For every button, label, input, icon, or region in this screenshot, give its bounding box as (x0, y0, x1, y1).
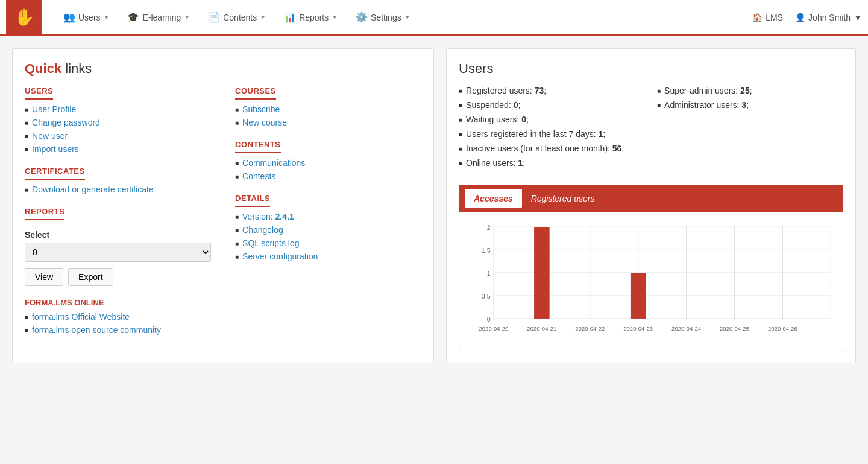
nav-label-contents: Contents (223, 13, 257, 22)
nav-item-elearning[interactable]: 🎓 E-learning ▼ (118, 0, 199, 36)
online-section: FORMA.LMS ONLINE ■forma.lms Official Web… (25, 298, 211, 335)
bullet-icon: ■ (235, 240, 239, 247)
stats-left: ■ Registered users: 73; ■ Suspended: 0; … (459, 86, 645, 173)
svg-text:2020-04-24: 2020-04-24 (671, 326, 701, 332)
bullet-icon: ■ (235, 106, 239, 113)
tab-registered-users[interactable]: Registered users (522, 189, 604, 208)
superadmin-value: 25 (740, 86, 750, 95)
main-content: Quick links USERS ■User Profile ■Change … (0, 36, 868, 375)
ql-right-column: COURSES ■Subscribe ■New course CONTENTS … (235, 86, 421, 347)
stats-left-list: ■ Registered users: 73; ■ Suspended: 0; … (459, 86, 645, 168)
elearning-nav-icon: 🎓 (127, 11, 139, 23)
nav-item-settings[interactable]: ⚙️ Settings ▼ (347, 0, 420, 36)
list-item[interactable]: ■Subscribe (235, 104, 421, 114)
export-button[interactable]: Export (68, 268, 113, 286)
contents-nav-icon: 📄 (208, 11, 220, 23)
bullet-icon: ■ (235, 119, 239, 126)
tab-accesses[interactable]: Accesses (465, 189, 522, 208)
bullet-icon: ■ (459, 145, 462, 152)
details-section: DETAILS ■ Version: 2.4.1 ■Changelog ■SQL… (235, 193, 421, 261)
courses-links-list: ■Subscribe ■New course (235, 104, 421, 127)
nav-item-contents[interactable]: 📄 Contents ▼ (199, 0, 275, 36)
last7-value: 1 (598, 129, 603, 139)
list-item[interactable]: ■Changelog (235, 225, 421, 235)
bullet-icon: ■ (235, 160, 239, 167)
sql-link: SQL scripts log (242, 238, 299, 248)
stats-right: ■ Super-admin users: 25; ■ Administrator… (657, 86, 843, 173)
bullet-icon: ■ (25, 133, 28, 139)
nav-label-users: Users (78, 13, 101, 22)
list-item[interactable]: ■User Profile (25, 104, 211, 114)
lms-link[interactable]: 🏠 LMS (752, 13, 783, 22)
admin-value: 3 (741, 100, 746, 110)
settings-nav-icon: ⚙️ (356, 11, 368, 23)
chevron-down-icon: ▼ (404, 14, 410, 21)
users-section-header: USERS (25, 86, 53, 100)
bullet-icon: ■ (657, 102, 661, 109)
logo[interactable]: ✋ (6, 0, 42, 36)
chart-tabs: Accesses Registered users (459, 185, 843, 212)
list-item[interactable]: ■Download or generate certificate (25, 185, 211, 194)
navbar-right: 🏠 LMS 👤 John Smith ▼ (752, 13, 862, 22)
chevron-down-icon: ▼ (184, 14, 190, 21)
svg-text:2020-04-23: 2020-04-23 (623, 326, 653, 332)
svg-text:1: 1 (487, 270, 491, 277)
svg-text:2020-04-26: 2020-04-26 (768, 326, 797, 332)
suspended-value: 0 (514, 100, 518, 110)
online-value: 1 (518, 158, 523, 168)
users-stats: ■ Registered users: 73; ■ Suspended: 0; … (459, 86, 843, 173)
certificates-links-list: ■Download or generate certificate (25, 185, 211, 194)
list-item: ■ Super-admin users: 25; (657, 86, 843, 95)
list-item[interactable]: ■forma.lms Official Website (25, 312, 211, 322)
list-item[interactable]: ■Communications (235, 158, 421, 168)
contents-section: CONTENTS ■Communications ■Contests (235, 139, 421, 181)
reports-select[interactable]: 0 (25, 243, 211, 262)
details-section-header: DETAILS (235, 194, 270, 207)
nav-item-reports[interactable]: 📊 Reports ▼ (275, 0, 347, 36)
svg-text:2020-04-21: 2020-04-21 (527, 326, 556, 332)
ql-left-column: USERS ■User Profile ■Change password ■Ne… (25, 86, 211, 347)
list-item: ■ Inactive users (for at least one month… (459, 144, 645, 153)
list-item[interactable]: ■forma.lms open source community (25, 325, 211, 335)
users-section: USERS ■User Profile ■Change password ■Ne… (25, 86, 211, 154)
list-item[interactable]: ■Contests (235, 171, 421, 181)
bullet-icon: ■ (459, 102, 462, 109)
reports-section: REPORTS Select 0 View Export (25, 206, 211, 286)
bullet-icon: ■ (459, 131, 462, 138)
list-item: ■ Registered users: 73; (459, 86, 645, 95)
list-item[interactable]: ■Import users (25, 144, 211, 154)
chevron-down-icon: ▼ (854, 13, 862, 22)
svg-text:2020-04-22: 2020-04-22 (575, 326, 605, 332)
list-item[interactable]: ■SQL scripts log (235, 238, 421, 248)
version-value: 2.4.1 (275, 212, 294, 221)
bar-apr23 (631, 273, 646, 319)
list-item[interactable]: ■New course (235, 118, 421, 127)
nav-menu: 👥 Users ▼ 🎓 E-learning ▼ 📄 Contents ▼ 📊 … (54, 0, 752, 36)
reports-buttons: View Export (25, 268, 211, 286)
certificates-section: CERTIFICATES ■Download or generate certi… (25, 166, 211, 194)
bullet-icon: ■ (459, 87, 462, 94)
registered-users-value: 73 (535, 86, 544, 95)
quick-links-panel: Quick links USERS ■User Profile ■Change … (12, 48, 434, 363)
list-item[interactable]: ■Change password (25, 118, 211, 127)
chart-container: Accesses Registered users 0 0.5 1 1.5 2 (459, 185, 843, 351)
svg-text:2: 2 (487, 225, 491, 232)
user-link[interactable]: 👤 John Smith ▼ (795, 13, 862, 22)
list-item: ■ Users registered in the last 7 days: 1… (459, 129, 645, 139)
list-item[interactable]: ■Server configuration (235, 252, 421, 261)
quick-links-title: Quick links (25, 61, 421, 77)
reports-nav-icon: 📊 (284, 11, 296, 23)
chart-svg: 0 0.5 1 1.5 2 2020-04-20 202 (465, 221, 837, 345)
nav-item-users[interactable]: 👥 Users ▼ (54, 0, 118, 36)
details-links-list: ■ Version: 2.4.1 ■Changelog ■SQL scripts… (235, 212, 421, 261)
view-button[interactable]: View (25, 268, 63, 286)
list-item: ■ Waiting users: 0; (459, 115, 645, 124)
online-section-header: FORMA.LMS ONLINE (25, 298, 211, 307)
certificates-section-header: CERTIFICATES (25, 167, 85, 180)
contents-section-header: CONTENTS (235, 140, 281, 153)
chart-area: 0 0.5 1 1.5 2 2020-04-20 202 (459, 212, 843, 351)
bar-apr21 (534, 227, 550, 319)
users-panel: Users ■ Registered users: 73; ■ Suspende… (446, 48, 856, 363)
list-item[interactable]: ■New user (25, 131, 211, 141)
inactive-value: 56 (612, 144, 622, 153)
